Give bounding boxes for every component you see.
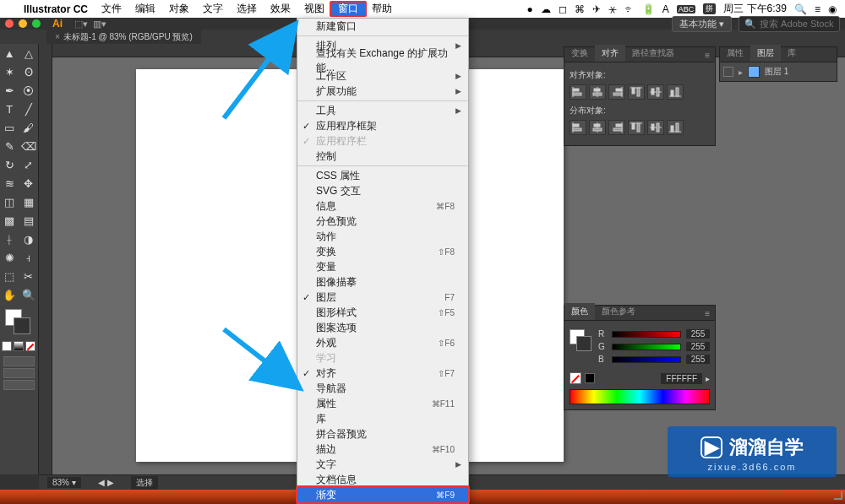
slice-tool[interactable]: ✂: [19, 267, 39, 285]
menu-item-变量[interactable]: 变量: [297, 259, 468, 274]
menu-item-分色预览[interactable]: 分色预览: [297, 214, 468, 229]
menubar-wifi-icon[interactable]: ᯤ: [624, 3, 635, 15]
fill-stroke-swatch[interactable]: [3, 309, 35, 334]
menu-select[interactable]: 选择: [230, 2, 264, 16]
menubar-cloud-icon[interactable]: ☁: [541, 3, 551, 15]
menu-item-CSS 属性[interactable]: CSS 属性: [297, 168, 468, 183]
window-minimize-button[interactable]: [19, 19, 27, 28]
align-button-0[interactable]: [570, 84, 586, 100]
workspace-switcher[interactable]: 基本功能 ▾: [672, 16, 732, 32]
layers-tab[interactable]: 图层: [750, 45, 781, 62]
panel-options-icon[interactable]: ≡: [700, 307, 715, 320]
bridge-shortcut-icon[interactable]: ⬚▾: [74, 19, 88, 30]
menu-type[interactable]: 文字: [196, 2, 230, 16]
menu-item-控制[interactable]: 控制: [297, 149, 468, 164]
menu-item-信息[interactable]: 信息⌘F8: [297, 198, 468, 214]
width-tool[interactable]: ≋: [0, 174, 19, 192]
menubar-input-abc[interactable]: ABC: [677, 5, 696, 14]
zoom-tool[interactable]: 🔍: [19, 285, 39, 304]
menu-item-查找有关 Exchange 的扩展功能...[interactable]: 查找有关 Exchange 的扩展功能...: [297, 53, 468, 68]
blue-slider[interactable]: [612, 356, 681, 363]
scale-tool[interactable]: ⤢: [19, 155, 39, 174]
menu-effect[interactable]: 效果: [264, 2, 297, 16]
menubar-input-pinyin[interactable]: 拼: [703, 3, 716, 14]
menu-item-应用程序框架[interactable]: ✓应用程序框架: [297, 118, 468, 133]
eyedropper-tool[interactable]: ⟊: [0, 230, 19, 248]
menubar-battery-icon[interactable]: 🔋: [642, 3, 655, 15]
stock-search-input[interactable]: 🔍搜索 Adobe Stock: [739, 16, 840, 32]
lasso-tool[interactable]: ʘ: [19, 62, 39, 81]
menu-item-对齐[interactable]: ✓对齐⇧F7: [297, 366, 468, 381]
align-button-1[interactable]: [589, 84, 606, 100]
type-tool[interactable]: T: [0, 100, 19, 118]
gradient-tool[interactable]: ▤: [19, 211, 39, 230]
align-button-4[interactable]: [647, 84, 664, 100]
distribute-button-4[interactable]: [647, 120, 664, 135]
menu-item-拼合器预览[interactable]: 拼合器预览: [297, 426, 468, 442]
rotate-tool[interactable]: ↻: [0, 155, 19, 174]
layer-name[interactable]: 图层 1: [765, 66, 788, 78]
menubar-siri-icon[interactable]: ◉: [828, 3, 837, 15]
menu-item-变换[interactable]: 变换⇧F8: [297, 244, 468, 259]
none-mode[interactable]: [25, 341, 35, 351]
green-value[interactable]: 255: [686, 342, 710, 351]
curvature-tool[interactable]: ⦿: [19, 81, 39, 100]
menu-help[interactable]: 帮助: [365, 2, 399, 16]
graph-tool[interactable]: ⫞: [19, 248, 39, 267]
free-transform-tool[interactable]: ✥: [19, 174, 39, 192]
align-button-2[interactable]: [608, 84, 625, 100]
menu-item-文档信息[interactable]: 文档信息: [297, 472, 468, 487]
hex-field[interactable]: FFFFFF: [661, 373, 702, 384]
menu-item-图案选项[interactable]: 图案选项: [297, 320, 468, 335]
blend-tool[interactable]: ◑: [19, 230, 39, 248]
properties-tab[interactable]: 属性: [720, 45, 750, 62]
artboard-tool[interactable]: ⬚: [0, 267, 19, 285]
none-color-button[interactable]: [570, 372, 581, 384]
transform-tab[interactable]: 变换: [564, 45, 595, 62]
menu-item-描边[interactable]: 描边⌘F10: [297, 442, 468, 457]
menubar-spotlight-icon[interactable]: 🔍: [794, 3, 807, 15]
color-guide-tab[interactable]: 颜色参考: [595, 303, 642, 320]
menu-item-扩展功能[interactable]: 扩展功能: [297, 84, 468, 99]
color-spectrum[interactable]: [570, 389, 710, 404]
align-button-5[interactable]: [667, 84, 684, 100]
menu-item-图层[interactable]: ✓图层F7: [297, 290, 468, 305]
mesh-tool[interactable]: ▩: [0, 211, 19, 230]
draw-mode-behind[interactable]: [3, 368, 35, 378]
pathfinder-tab[interactable]: 路径查找器: [625, 45, 681, 62]
menubar-pencil-icon[interactable]: ⌘: [575, 3, 585, 15]
distribute-button-5[interactable]: [667, 120, 684, 135]
distribute-button-2[interactable]: [608, 120, 625, 135]
menu-item-SVG 交互[interactable]: SVG 交互: [297, 183, 468, 198]
menu-file[interactable]: 文件: [95, 2, 128, 16]
menu-item-文字[interactable]: 文字: [297, 457, 468, 472]
menu-item-导航器[interactable]: 导航器: [297, 381, 468, 396]
screen-mode[interactable]: [3, 380, 35, 390]
green-slider[interactable]: [612, 344, 681, 350]
menubar-app-icon[interactable]: ◻: [559, 3, 567, 15]
menubar-send-icon[interactable]: ✈: [592, 3, 601, 15]
color-swatch-pair[interactable]: [570, 329, 592, 351]
layer-expand-icon[interactable]: ▸: [739, 68, 743, 77]
shape-builder-tool[interactable]: ◫: [0, 192, 19, 211]
menu-view[interactable]: 视图: [297, 2, 331, 16]
draw-mode-normal[interactable]: [3, 356, 35, 366]
distribute-button-1[interactable]: [589, 120, 606, 135]
distribute-button-0[interactable]: [570, 120, 586, 135]
panel-options-icon[interactable]: ≡: [700, 49, 715, 62]
libraries-tab[interactable]: 库: [781, 45, 803, 62]
menu-item-图形样式[interactable]: 图形样式⇧F5: [297, 305, 468, 320]
direct-selection-tool[interactable]: △: [19, 44, 39, 62]
selection-tool[interactable]: ▲: [0, 44, 19, 62]
pen-tool[interactable]: ✒: [0, 81, 19, 100]
red-slider[interactable]: [612, 331, 681, 338]
color-tab[interactable]: 颜色: [564, 303, 595, 320]
arrange-docs-icon[interactable]: ▥▾: [93, 19, 106, 30]
hand-tool[interactable]: ✋: [0, 285, 19, 304]
distribute-button-3[interactable]: [628, 120, 645, 135]
menu-item-工作区[interactable]: 工作区: [297, 68, 468, 84]
menu-edit[interactable]: 编辑: [128, 2, 162, 16]
vertical-ruler[interactable]: [39, 44, 52, 474]
menu-item-渐变[interactable]: 渐变⌘F9: [297, 487, 468, 502]
pencil-tool[interactable]: ✎: [0, 137, 19, 155]
